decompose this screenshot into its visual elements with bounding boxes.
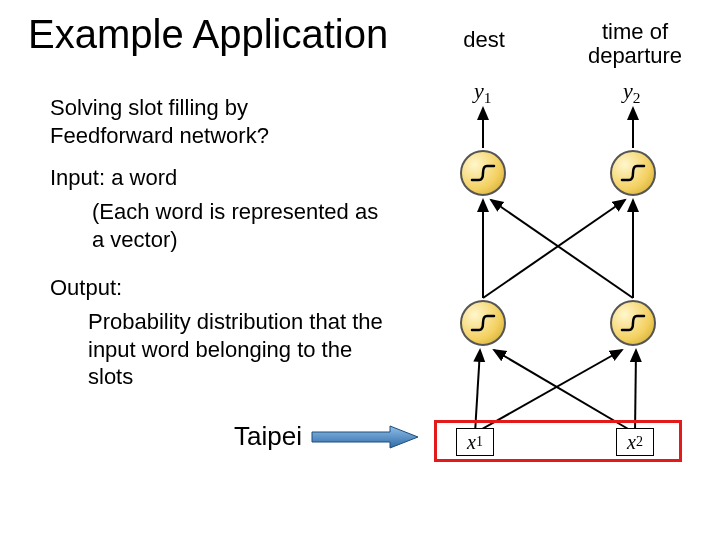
network-diagram: dest time of departure y1 y2	[420, 20, 710, 520]
example-word: Taipei	[234, 420, 302, 453]
page-title: Example Application	[28, 12, 388, 57]
svg-line-4	[483, 200, 625, 298]
hidden-node	[460, 150, 506, 196]
question-text: Solving slot filling by Feedforward netw…	[50, 94, 310, 149]
arrow-icon	[310, 424, 420, 450]
output-label: Output:	[50, 274, 122, 302]
x2-box: x2	[616, 428, 654, 456]
hidden-node	[610, 150, 656, 196]
svg-line-6	[491, 200, 633, 298]
output-desc: Probability distribution that the input …	[88, 308, 388, 391]
input-desc: (Each word is represented as a vector)	[92, 198, 382, 253]
hidden-node	[610, 300, 656, 346]
hidden-node	[460, 300, 506, 346]
input-label: Input: a word	[50, 164, 177, 192]
x1-box: x1	[456, 428, 494, 456]
svg-marker-0	[312, 426, 418, 448]
